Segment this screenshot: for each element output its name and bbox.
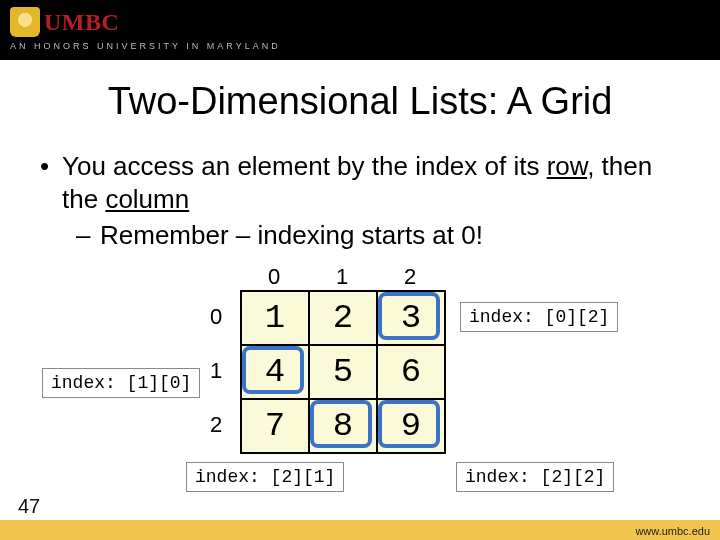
slide: UMBC AN HONORS UNIVERSITY IN MARYLAND Tw… [0,0,720,540]
col-labels: 0 1 2 [240,264,444,290]
slide-number: 47 [18,495,40,518]
grid-wrap: 0 1 2 0 1 2 1 2 3 4 5 6 7 8 9 [240,290,446,454]
bullet-1-text-a: You access an element by the index of it… [62,151,547,181]
col-label-1: 1 [308,264,376,290]
row-label-2: 2 [210,398,222,452]
page-title: Two-Dimensional Lists: A Grid [0,80,720,123]
cell-0-0: 1 [241,291,309,345]
logo-text: UMBC [44,9,119,36]
footer-url: www.umbc.edu [635,525,710,537]
bullet-1-column: column [105,184,189,214]
cell-2-2: 9 [377,399,445,453]
callout-2-2: index: [2][2] [456,462,614,492]
cell-2-0: 7 [241,399,309,453]
callout-2-1: index: [2][1] [186,462,344,492]
logo-shield-icon [10,7,40,37]
logo: UMBC [10,6,119,38]
bullet-2: Remember – indexing starts at 0! [40,219,680,252]
table-row: 7 8 9 [241,399,445,453]
row-label-0: 0 [210,290,222,344]
table-row: 1 2 3 [241,291,445,345]
callout-1-0: index: [1][0] [42,368,200,398]
row-labels: 0 1 2 [210,290,222,452]
header-bar: UMBC AN HONORS UNIVERSITY IN MARYLAND [0,0,720,60]
callout-0-2: index: [0][2] [460,302,618,332]
cell-0-1: 2 [309,291,377,345]
cell-1-1: 5 [309,345,377,399]
row-label-1: 1 [210,344,222,398]
content-area: You access an element by the index of it… [40,150,680,252]
grid-table: 1 2 3 4 5 6 7 8 9 [240,290,446,454]
tagline: AN HONORS UNIVERSITY IN MARYLAND [10,41,281,51]
bullet-1: You access an element by the index of it… [40,150,680,215]
col-label-2: 2 [376,264,444,290]
bullet-1-row: row [547,151,587,181]
bullet-2-text: Remember – indexing starts at 0! [100,220,483,250]
cell-0-2: 3 [377,291,445,345]
cell-1-0: 4 [241,345,309,399]
footer-strip [0,520,720,540]
col-label-0: 0 [240,264,308,290]
cell-2-1: 8 [309,399,377,453]
table-row: 4 5 6 [241,345,445,399]
cell-1-2: 6 [377,345,445,399]
